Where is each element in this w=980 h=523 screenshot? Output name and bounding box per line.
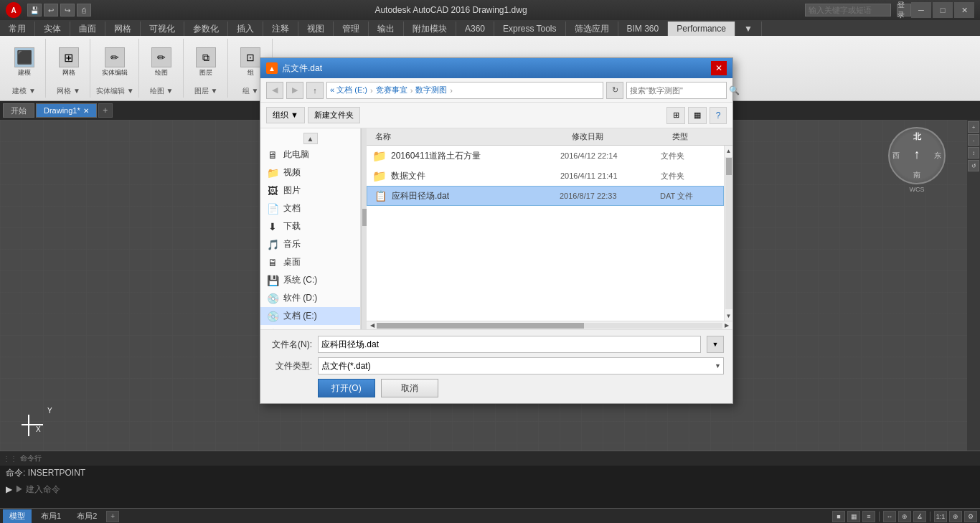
close-button[interactable]: ✕: [954, 2, 974, 18]
help-button[interactable]: ?: [710, 107, 727, 124]
tab-插入[interactable]: 插入: [228, 22, 263, 36]
sidebar-item-drive-d[interactable]: 💿 软件 (D:): [260, 289, 360, 307]
undo-button[interactable]: ↩: [44, 4, 58, 17]
tab-筛选应用[interactable]: 筛选应用: [566, 22, 618, 36]
file-item-dat[interactable]: 📋 应科田径场.dat 2016/8/17 22:33 DAT 文件: [367, 186, 724, 206]
ribbon-btn-cube[interactable]: ⬛ 建模: [11, 45, 38, 80]
dialog-close-button[interactable]: ✕: [711, 61, 727, 75]
status-ortho-btn[interactable]: ↔: [883, 511, 896, 522]
col-header-type[interactable]: 类型: [669, 131, 727, 142]
view-details-button[interactable]: ▦: [688, 107, 707, 124]
zoom-out-button[interactable]: -: [968, 134, 979, 146]
open-button[interactable]: 打开(O): [318, 379, 375, 397]
sidebar-item-computer[interactable]: 🖥 此电脑: [260, 146, 360, 164]
tab-曲面[interactable]: 曲面: [70, 22, 105, 36]
file-dialog[interactable]: ▲ 点文件.dat ✕ ◀ ▶ ↑ « 文档 (E:) › 竞赛事宜 › 数字测…: [260, 57, 733, 404]
filename-dropdown-btn[interactable]: ▼: [707, 336, 724, 353]
tab-drawing1-close[interactable]: ✕: [83, 107, 89, 115]
login-button[interactable]: 登录: [897, 4, 911, 17]
maximize-button[interactable]: □: [933, 2, 953, 18]
tab-drawing1[interactable]: Drawing1* ✕: [36, 103, 97, 118]
tab-网格[interactable]: 网格: [105, 22, 141, 36]
addr-part-survey[interactable]: 数字测图: [415, 85, 447, 95]
sidebar-item-drive-e[interactable]: 💿 文档 (E:): [260, 307, 360, 325]
ribbon-btn-solid-edit[interactable]: ✏ 实体编辑: [98, 45, 131, 80]
addr-part-docs[interactable]: « 文档 (E:): [330, 85, 367, 95]
hscroll-left-btn[interactable]: ◀: [368, 321, 377, 330]
tab-输出[interactable]: 输出: [369, 22, 404, 36]
zoom-in-button[interactable]: +: [968, 121, 979, 133]
rotate-button[interactable]: ↺: [968, 160, 979, 171]
filename-input[interactable]: [318, 336, 701, 353]
tab-more[interactable]: ▼: [735, 22, 762, 36]
app-search-input[interactable]: [805, 4, 891, 17]
new-folder-button[interactable]: 新建文件夹: [308, 107, 360, 123]
sidebar-item-drive-f[interactable]: 💿 娱乐 (F:): [260, 325, 360, 329]
up-button[interactable]: ↑: [306, 82, 324, 99]
ribbon-btn-mesh[interactable]: ⊞ 网格: [55, 45, 83, 80]
status-tab-layout2[interactable]: 布局2: [70, 509, 103, 523]
tab-add-button[interactable]: +: [98, 103, 113, 118]
status-osnap-btn[interactable]: ∡: [913, 511, 926, 522]
print-button[interactable]: ⎙: [77, 4, 91, 17]
tab-可视化[interactable]: 可视化: [141, 22, 184, 36]
status-zoom-btn[interactable]: ⊕: [949, 511, 962, 522]
save-button[interactable]: 💾: [27, 4, 42, 17]
tab-管理[interactable]: 管理: [334, 22, 369, 36]
tab-A360[interactable]: A360: [456, 22, 494, 36]
sidebar-item-desktop[interactable]: 🖥 桌面: [260, 253, 360, 271]
sidebar-scroll-up[interactable]: ▲: [260, 131, 360, 146]
redo-button[interactable]: ↪: [60, 4, 75, 17]
tab-视图[interactable]: 视图: [298, 22, 334, 36]
col-header-name[interactable]: 名称: [372, 131, 569, 142]
address-bar[interactable]: « 文档 (E:) › 竞赛事宜 › 数字测图 ›: [326, 82, 603, 99]
minimize-button[interactable]: ─: [911, 2, 931, 18]
file-list-scrollbar[interactable]: ▲ ▼: [724, 146, 732, 321]
command-input[interactable]: [15, 484, 974, 494]
status-settings-btn[interactable]: ⚙: [964, 511, 977, 522]
scroll-up-btn[interactable]: ▲: [725, 146, 733, 156]
refresh-button[interactable]: ↻: [606, 82, 623, 99]
status-tab-layout1[interactable]: 布局1: [34, 509, 67, 523]
organize-button[interactable]: 组织 ▼: [266, 107, 305, 123]
hscroll-right-btn[interactable]: ▶: [722, 321, 731, 330]
search-input[interactable]: [630, 86, 729, 95]
ribbon-btn-layer[interactable]: ⧉ 图层: [192, 45, 220, 80]
status-grid-btn[interactable]: ▦: [847, 511, 860, 522]
search-box[interactable]: 🔍: [626, 82, 727, 99]
status-tab-model[interactable]: 模型: [3, 509, 32, 523]
forward-button[interactable]: ▶: [286, 82, 303, 99]
status-1to1-btn[interactable]: 1:1: [934, 511, 947, 522]
hscroll-thumb[interactable]: [377, 323, 584, 329]
back-button[interactable]: ◀: [266, 82, 283, 99]
status-polar-btn[interactable]: ⊕: [898, 511, 911, 522]
tab-参数化[interactable]: 参数化: [184, 22, 228, 36]
ribbon-btn-draw[interactable]: ✏ 绘图: [148, 45, 175, 80]
filetype-select[interactable]: 点文件(*.dat): [318, 357, 724, 374]
col-header-date[interactable]: 修改日期: [569, 131, 669, 142]
view-mode-button[interactable]: ⊞: [666, 107, 685, 124]
sidebar-item-music[interactable]: 🎵 音乐: [260, 235, 360, 253]
status-snap-btn[interactable]: ≡: [862, 511, 875, 522]
sidebar-item-videos[interactable]: 📁 视频: [260, 164, 360, 182]
addr-part-competition[interactable]: 竞赛事宜: [376, 85, 407, 95]
command-input-row[interactable]: ▶: [0, 481, 980, 498]
file-item-data[interactable]: 📁 数据文件 2016/4/11 21:41 文件夹: [367, 166, 724, 186]
sidebar-scrollbar[interactable]: [361, 128, 367, 329]
tab-附加模块[interactable]: 附加模块: [404, 22, 456, 36]
status-add-layout[interactable]: +: [106, 511, 119, 522]
tab-performance[interactable]: Performance: [668, 22, 735, 36]
scroll-down-btn[interactable]: ▼: [725, 311, 733, 321]
pan-button[interactable]: ↕: [968, 147, 979, 159]
scroll-thumb[interactable]: [726, 158, 732, 175]
sidebar-item-pictures[interactable]: 🖼 图片: [260, 182, 360, 199]
tab-start[interactable]: 开始: [3, 103, 34, 118]
sidebar-item-documents[interactable]: 📄 文档: [260, 199, 360, 217]
sidebar-up-arrow[interactable]: ▲: [303, 133, 318, 144]
tab-注释[interactable]: 注释: [263, 22, 298, 36]
sidebar-item-downloads[interactable]: ⬇ 下载: [260, 217, 360, 235]
tab-实体[interactable]: 实体: [35, 22, 70, 36]
tab-BIM360[interactable]: BIM 360: [618, 22, 669, 36]
tab-常用[interactable]: 常用: [0, 22, 35, 36]
sidebar-item-drive-c[interactable]: 💾 系统 (C:): [260, 271, 360, 289]
